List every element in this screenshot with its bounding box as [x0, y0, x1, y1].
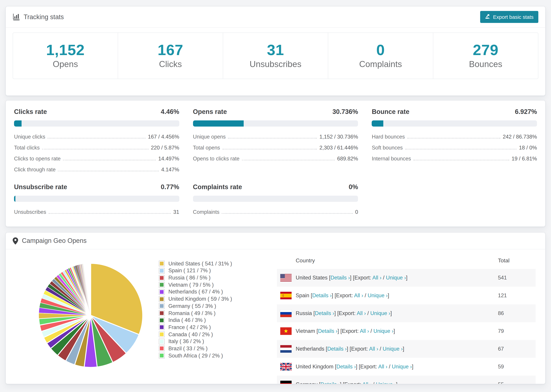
dotted-leader	[228, 138, 317, 139]
stat-value: 279	[433, 42, 538, 58]
progress-fill	[14, 196, 15, 202]
legend-item-united-states[interactable]: United States ( 541 / 31% )	[159, 260, 232, 267]
export-unique-link[interactable]: Unique ›	[373, 328, 393, 334]
country-name: United Kingdom	[296, 364, 335, 370]
detail-label: Clicks to opens rate	[14, 156, 61, 162]
detail-value: 14.497%	[158, 156, 179, 162]
country-cell: United States [Details ›] [Export: All ›…	[296, 275, 498, 281]
detail-value: 31	[173, 209, 179, 215]
legend-item-france[interactable]: France ( 42 / 2% )	[159, 324, 232, 331]
legend-item-spain[interactable]: Spain ( 121 / 7% )	[159, 267, 232, 274]
rate-detail-rows: Complaints0	[193, 207, 358, 218]
details-link[interactable]: Details ›	[336, 364, 356, 370]
legend-item-italy[interactable]: Italy ( 36 / 2% )	[159, 338, 232, 345]
legend-item-romania[interactable]: Romania ( 49 / 3% )	[159, 309, 232, 317]
legend-label: Vietnam ( 79 / 5% )	[168, 282, 214, 288]
export-all-link[interactable]: All ›	[354, 293, 363, 298]
bounce-rate-progress-bar	[372, 121, 537, 127]
legend-item-canada[interactable]: Canada ( 40 / 2% )	[159, 331, 232, 338]
progress-fill	[193, 121, 244, 127]
details-link[interactable]: Details ›	[330, 275, 350, 281]
total-cell: 55	[498, 382, 536, 384]
legend-label: Italy ( 36 / 2% )	[168, 338, 204, 345]
legend-item-south-africa[interactable]: South Africa ( 29 / 2% )	[159, 352, 232, 359]
rate-value: 6.927%	[515, 108, 537, 116]
soft-bounces-row: Soft bounces18 / 0%	[372, 142, 537, 154]
legend-swatch	[159, 353, 164, 358]
legend-label: India ( 46 / 3% )	[168, 317, 206, 323]
rate-detail-rows: Unique opens1,152 / 30.736%Total opens2,…	[193, 132, 358, 164]
tracking-stats-card: Tracking stats Export basic stats 1,152O…	[6, 6, 545, 96]
dotted-leader	[58, 171, 159, 172]
rate-detail-rows: Hard bounces242 / 86.738%Soft bounces18 …	[372, 132, 537, 164]
details-link[interactable]: Details ›	[327, 346, 347, 352]
rates-card: Clicks rate4.46%Unique clicks167 / 4.456…	[6, 100, 545, 227]
export-unique-link[interactable]: Unique ›	[386, 275, 406, 281]
detail-value: 2,303 / 61.446%	[319, 145, 358, 151]
legend-item-united-kingdom[interactable]: United Kingdom ( 59 / 3% )	[159, 295, 232, 302]
geo-table-body: United States [Details ›] [Export: All ›…	[277, 269, 536, 384]
export-basic-stats-button[interactable]: Export basic stats	[480, 11, 538, 23]
internal-bounces-row: Internal bounces19 / 6.81%	[372, 154, 537, 164]
total-cell: 67	[498, 346, 536, 352]
export-all-link[interactable]: All ›	[378, 364, 387, 370]
legend-swatch	[159, 332, 164, 337]
tracking-stats-title: Tracking stats	[13, 13, 64, 21]
detail-label: Soft bounces	[372, 145, 403, 151]
export-all-link[interactable]: All ›	[362, 382, 371, 384]
export-all-link[interactable]: All ›	[372, 275, 381, 281]
geo-opens-table: Country Total United States [Details ›] …	[277, 253, 536, 384]
table-row-germany: Germany [Details ›] [Export: All › / Uni…	[277, 376, 536, 384]
dotted-leader	[63, 160, 156, 161]
legend-item-brazil[interactable]: Brazil ( 33 / 2% )	[159, 345, 232, 352]
geo-title-text: Campaign Geo Opens	[22, 237, 87, 245]
export-unique-link[interactable]: Unique ›	[392, 364, 412, 370]
opens-rate-panel: Opens rate30.736%Unique opens1,152 / 30.…	[193, 108, 358, 175]
export-unique-link[interactable]: Unique ›	[376, 382, 396, 384]
detail-label: Complaints	[193, 209, 219, 215]
rates-grid-bottom: Unsubscribe rate0.77%Unsubscribes31Compl…	[14, 183, 537, 218]
detail-label: Unique opens	[193, 134, 226, 140]
opens-rate-heading: Opens rate30.736%	[193, 108, 358, 116]
summary-stats-row: 1,152Opens167Clicks31Unsubscribes0Compla…	[13, 33, 538, 79]
legend-swatch	[159, 318, 164, 323]
details-link[interactable]: Details ›	[315, 310, 334, 316]
dotted-leader	[42, 149, 148, 150]
rate-value: 4.46%	[161, 108, 179, 116]
netherlands-flag-icon	[280, 345, 292, 353]
export-all-link[interactable]: All ›	[357, 310, 366, 316]
legend-label: Russia ( 86 / 5% )	[168, 275, 211, 281]
legend-swatch	[159, 275, 164, 280]
export-unique-link[interactable]: Unique ›	[370, 310, 390, 316]
legend-item-india[interactable]: India ( 46 / 3% )	[159, 317, 232, 324]
spain-flag-icon	[280, 292, 292, 300]
details-link[interactable]: Details ›	[318, 328, 338, 334]
unique-clicks-row: Unique clicks167 / 4.456%	[14, 132, 179, 142]
total-cell: 121	[498, 293, 536, 299]
germany-flag-icon	[280, 381, 292, 384]
table-row-united-kingdom: United Kingdom [Details ›] [Export: All …	[277, 358, 536, 376]
details-link[interactable]: Details ›	[320, 382, 340, 384]
tracking-stats-title-text: Tracking stats	[24, 13, 64, 21]
country-cell: Germany [Details ›] [Export: All › / Uni…	[296, 382, 498, 384]
export-unique-link[interactable]: Unique ›	[383, 346, 403, 352]
legend-item-netherlands[interactable]: Netherlands ( 67 / 4% )	[159, 288, 232, 295]
clicks-rate-heading: Clicks rate4.46%	[14, 108, 179, 116]
table-row-spain: Spain [Details ›] [Export: All › / Uniqu…	[277, 287, 536, 305]
tracking-stats-header: Tracking stats Export basic stats	[6, 7, 545, 28]
export-all-link[interactable]: All ›	[369, 346, 378, 352]
tracking-stats-page: Tracking stats Export basic stats 1,152O…	[0, 6, 551, 392]
legend-item-germany[interactable]: Germany ( 55 / 3% )	[159, 302, 232, 309]
total-column-header: Total	[498, 258, 536, 264]
legend-item-russia[interactable]: Russia ( 86 / 5% )	[159, 274, 232, 281]
unsubscribes-row: Unsubscribes31	[14, 207, 179, 218]
details-link[interactable]: Details ›	[312, 293, 332, 298]
legend-item-vietnam[interactable]: Vietnam ( 79 / 5% )	[159, 281, 232, 288]
rate-title: Clicks rate	[14, 108, 47, 116]
legend-swatch	[159, 261, 164, 266]
dotted-leader	[407, 138, 500, 139]
export-unique-link[interactable]: Unique ›	[367, 293, 388, 298]
export-icon	[485, 14, 490, 20]
export-all-link[interactable]: All ›	[360, 328, 369, 334]
stat-opens: 1,152Opens	[13, 33, 118, 79]
